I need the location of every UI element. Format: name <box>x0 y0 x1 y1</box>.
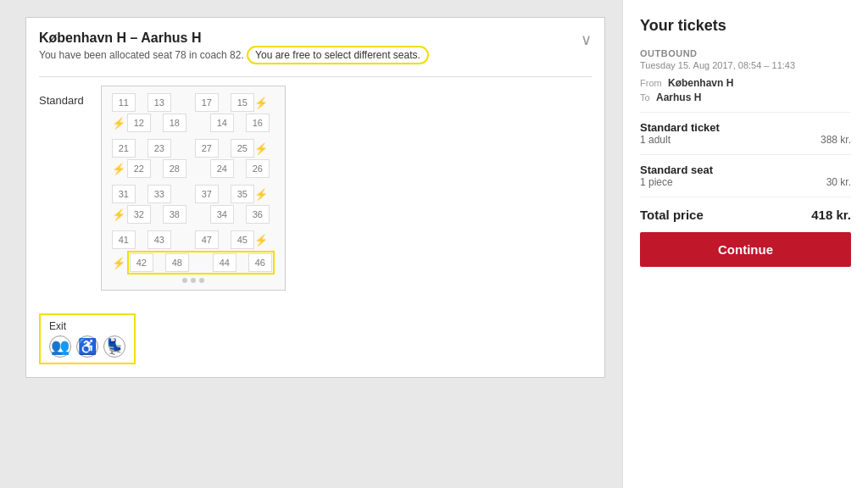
to-city: Aarhus H <box>656 92 701 103</box>
page-container: København H – Aarhus H You have been all… <box>0 0 868 488</box>
standard-label: Standard <box>39 86 84 107</box>
seat-36[interactable]: 36 <box>246 205 270 224</box>
lightning-4a: ⚡ <box>254 234 268 247</box>
seat-25[interactable]: 25 <box>231 139 254 158</box>
left-panel: København H – Aarhus H You have been all… <box>0 0 622 488</box>
lightning-3b: ⚡ <box>112 208 125 221</box>
seat-row-top-4: 41 43 47 45 ⚡ <box>112 230 275 249</box>
outbound-label: OUTBOUND <box>640 48 851 58</box>
seat-row: Standard seat 1 piece 30 kr. <box>640 164 851 188</box>
ticket-name: Standard ticket <box>640 121 851 134</box>
scroll-dots <box>112 278 275 283</box>
outbound-date: Tuesday 15. Aug 2017, 08:54 – 11:43 <box>640 60 851 70</box>
seat-38[interactable]: 38 <box>163 205 186 224</box>
total-price: 418 kr. <box>811 208 851 222</box>
ticket-price: 388 kr. <box>821 134 851 146</box>
to-label: To <box>640 92 650 103</box>
seat-map: 11 13 17 15 ⚡ ⚡ 12 <box>101 86 286 291</box>
seat-row-top-1: 11 13 17 15 ⚡ <box>112 93 275 112</box>
seat-47[interactable]: 47 <box>195 230 219 249</box>
seat-34[interactable]: 34 <box>210 205 234 224</box>
total-divider <box>640 197 851 197</box>
total-row: Total price 418 kr. <box>640 208 851 222</box>
seat-detail: 1 piece 30 kr. <box>640 176 851 188</box>
seat-21[interactable]: 21 <box>112 139 136 158</box>
seat-row-bot-3: ⚡ 32 38 34 36 <box>112 205 275 224</box>
seat-15[interactable]: 15 <box>231 93 254 112</box>
header-divider <box>39 76 592 77</box>
seat-name: Standard seat <box>640 164 851 176</box>
seat-31[interactable]: 31 <box>112 185 136 203</box>
seat-row-top-2: 21 23 27 25 ⚡ <box>112 139 275 158</box>
train-header: København H – Aarhus H You have been all… <box>39 30 592 68</box>
seat-26[interactable]: 26 <box>246 159 270 178</box>
seat-12[interactable]: 12 <box>127 114 151 132</box>
your-tickets-title: Your tickets <box>640 17 851 35</box>
ticket-detail: 1 adult 388 kr. <box>640 134 851 146</box>
seat-group-2: 21 23 27 25 ⚡ ⚡ 22 <box>112 139 275 178</box>
seat-recline-icon: 💺 <box>103 336 125 358</box>
lightning-3a: ⚡ <box>254 188 268 201</box>
exit-label: Exit <box>49 320 125 332</box>
total-label: Total price <box>640 208 704 222</box>
seat-group-3: 31 33 37 35 ⚡ ⚡ 32 <box>112 185 275 224</box>
seat-18[interactable]: 18 <box>163 114 186 132</box>
exit-icons: 👥 ♿ 💺 <box>49 336 125 358</box>
lightning-1a: ⚡ <box>254 97 268 109</box>
seat-43[interactable]: 43 <box>147 230 171 249</box>
seat-42[interactable]: 42 <box>130 253 153 272</box>
exit-content: Exit 👥 ♿ 💺 <box>49 320 125 358</box>
seat-row-bot-1: ⚡ 12 18 14 16 <box>112 114 275 132</box>
from-city: København H <box>668 77 733 89</box>
seat-price: 30 kr. <box>826 176 851 188</box>
route-to: To Aarhus H <box>640 92 851 103</box>
seat-37[interactable]: 37 <box>195 185 219 203</box>
seat-35[interactable]: 35 <box>231 185 254 203</box>
seat-24[interactable]: 24 <box>210 159 234 178</box>
seat-16[interactable]: 16 <box>246 114 270 132</box>
lightning-4b: ⚡ <box>112 257 125 269</box>
seat-row-top-3: 31 33 37 35 ⚡ <box>112 185 275 203</box>
free-select-badge: You are free to select different seats. <box>247 46 429 64</box>
people-icon: 👥 <box>49 336 71 358</box>
seat-11[interactable]: 11 <box>112 93 136 112</box>
lightning-2a: ⚡ <box>254 142 268 155</box>
route-from: From København H <box>640 77 851 89</box>
seat-group-4: 41 43 47 45 ⚡ ⚡ <box>112 230 275 274</box>
seat-48[interactable]: 48 <box>165 253 189 272</box>
exit-box: Exit 👥 ♿ 💺 <box>39 313 136 364</box>
seat-17[interactable]: 17 <box>195 93 219 112</box>
route-divider <box>640 112 851 113</box>
ticket-divider <box>640 154 851 155</box>
seat-14[interactable]: 14 <box>210 114 234 132</box>
exit-section: Exit 👥 ♿ 💺 <box>39 301 592 364</box>
train-card: København H – Aarhus H You have been all… <box>25 17 605 378</box>
seat-41[interactable]: 41 <box>112 230 136 249</box>
seat-32[interactable]: 32 <box>127 205 151 224</box>
seat-qty: 1 piece <box>640 176 673 188</box>
seat-46[interactable]: 46 <box>248 253 272 272</box>
train-info: København H – Aarhus H You have been all… <box>39 30 429 68</box>
seat-23[interactable]: 23 <box>147 139 171 158</box>
lightning-2b: ⚡ <box>112 163 125 175</box>
continue-button[interactable]: Continue <box>640 232 851 267</box>
wheelchair-icon: ♿ <box>76 336 98 358</box>
seat-27[interactable]: 27 <box>195 139 219 158</box>
right-panel: Your tickets OUTBOUND Tuesday 15. Aug 20… <box>622 0 868 488</box>
lightning-1b: ⚡ <box>112 117 125 130</box>
ticket-row: Standard ticket 1 adult 388 kr. <box>640 121 851 146</box>
seat-row-bot-4: ⚡ 42 48 44 46 <box>112 251 275 274</box>
train-allocation-subtitle: You have been allocated seat 78 in coach… <box>39 46 429 64</box>
seat-22[interactable]: 22 <box>127 159 151 178</box>
seat-44[interactable]: 44 <box>213 253 236 272</box>
collapse-chevron[interactable]: ∨ <box>581 30 592 49</box>
train-route-title: København H – Aarhus H <box>39 30 429 46</box>
ticket-qty: 1 adult <box>640 134 670 146</box>
seat-45[interactable]: 45 <box>231 230 254 249</box>
seat-13[interactable]: 13 <box>147 93 171 112</box>
seat-33[interactable]: 33 <box>147 185 171 203</box>
seat-row-bot-2: ⚡ 22 28 24 26 <box>112 159 275 178</box>
seat-group-1: 11 13 17 15 ⚡ ⚡ 12 <box>112 93 275 132</box>
seat-28[interactable]: 28 <box>163 159 186 178</box>
highlighted-bottom-row: 42 48 44 46 <box>127 251 275 274</box>
